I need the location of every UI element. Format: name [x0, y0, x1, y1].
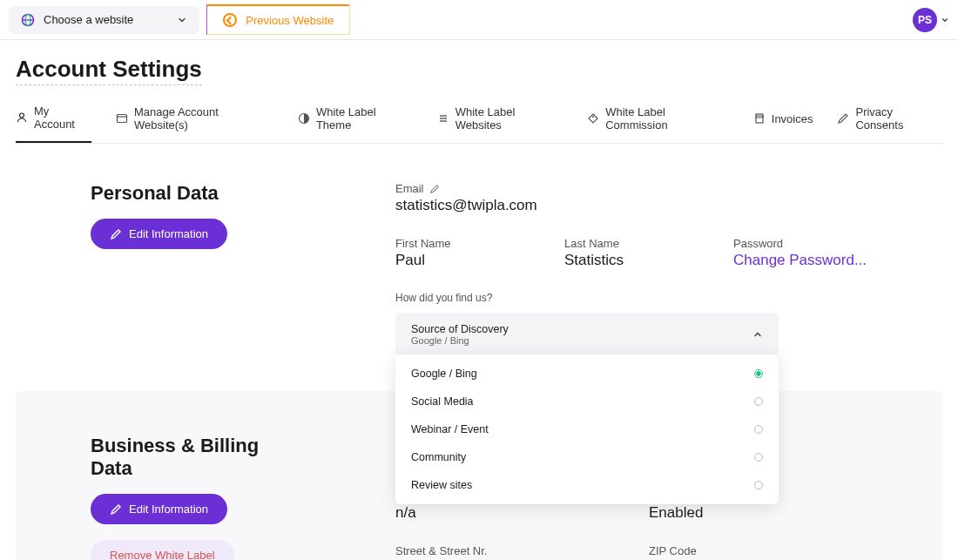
password-label: Password	[733, 237, 867, 250]
last-name-label: Last Name	[564, 237, 698, 250]
theme-icon	[298, 112, 310, 125]
svg-rect-12	[756, 116, 763, 118]
tab-label: White Label Websites	[455, 105, 563, 132]
chevron-up-icon	[752, 329, 763, 340]
zip-label: ZIP Code	[649, 544, 867, 557]
radio-selected-icon	[754, 369, 763, 378]
svg-point-3	[20, 113, 24, 118]
edit-personal-button[interactable]: Edit Information	[91, 219, 227, 249]
svg-point-10	[592, 116, 594, 118]
personal-data-title: Personal Data	[91, 182, 291, 205]
option-webinar-event[interactable]: Webinar / Event	[395, 415, 779, 443]
invoice-icon	[753, 112, 766, 125]
choose-website-dropdown[interactable]: Choose a website	[9, 6, 199, 34]
pencil-icon	[110, 503, 122, 516]
tab-wl-theme[interactable]: White Label Theme	[298, 105, 413, 143]
browser-icon	[116, 112, 128, 125]
tag-icon	[587, 112, 599, 125]
pencil-icon	[110, 228, 122, 240]
radio-icon	[754, 481, 763, 489]
back-arrow-icon	[223, 13, 237, 27]
wl-account-value: Enabled	[649, 504, 867, 522]
first-name-value: Paul	[395, 252, 530, 269]
user-menu[interactable]: PS	[913, 8, 949, 32]
radio-icon	[754, 397, 763, 406]
tab-label: Invoices	[772, 112, 813, 125]
source-dropdown: Google / Bing Social Media Webinar / Eve…	[395, 354, 779, 504]
last-name-value: Statistics	[564, 252, 698, 269]
tab-label: White Label Commission	[605, 105, 729, 132]
source-value: Google / Bing	[411, 335, 509, 346]
pencil-icon[interactable]	[429, 184, 440, 194]
user-icon	[16, 111, 28, 124]
chevron-down-icon	[941, 16, 949, 24]
vat-value: n/a	[395, 504, 614, 522]
edit-personal-label: Edit Information	[129, 227, 208, 240]
radio-icon	[754, 425, 763, 434]
radio-icon	[754, 453, 763, 462]
source-discovery-select[interactable]: Source of Discovery Google / Bing	[395, 313, 779, 356]
change-password-link[interactable]: Change Password...	[733, 252, 867, 269]
tab-manage-websites[interactable]: Manage Account Website(s)	[116, 105, 273, 143]
street-label: Street & Street Nr.	[395, 544, 614, 557]
remove-white-label-button[interactable]: Remove White Label	[91, 540, 234, 560]
edit-icon	[837, 112, 849, 125]
choose-website-label: Choose a website	[44, 13, 133, 26]
billing-title: Business & Billing Data	[91, 435, 291, 480]
settings-tabs: My Account Manage Account Website(s) Whi…	[16, 105, 942, 144]
option-review-sites[interactable]: Review sites	[395, 471, 779, 499]
source-title: Source of Discovery	[411, 323, 509, 335]
list-icon	[437, 112, 449, 125]
tab-my-account[interactable]: My Account	[16, 105, 91, 143]
tab-invoices[interactable]: Invoices	[753, 105, 813, 143]
tab-label: Privacy Consents	[855, 105, 942, 132]
option-google-bing[interactable]: Google / Bing	[395, 360, 779, 388]
tab-label: Manage Account Website(s)	[134, 105, 273, 132]
previous-website-label: Previous Website	[246, 14, 334, 27]
tab-label: My Account	[34, 105, 91, 131]
avatar: PS	[913, 8, 937, 32]
email-value: statistics@twipla.com	[395, 197, 867, 214]
find-us-label: How did you find us?	[395, 292, 867, 304]
globe-icon	[21, 13, 35, 27]
page-title: Account Settings	[16, 56, 202, 85]
previous-website-button[interactable]: Previous Website	[206, 4, 350, 35]
svg-rect-4	[118, 115, 127, 123]
chevron-down-icon	[177, 15, 187, 25]
tab-wl-websites[interactable]: White Label Websites	[437, 105, 563, 143]
remove-white-label-text: Remove White Label	[110, 549, 215, 560]
option-community[interactable]: Community	[395, 443, 779, 471]
tab-wl-commission[interactable]: White Label Commission	[587, 105, 729, 143]
email-label: Email	[395, 182, 424, 195]
tab-privacy-consents[interactable]: Privacy Consents	[837, 105, 942, 143]
edit-billing-button[interactable]: Edit Information	[91, 494, 227, 524]
edit-billing-label: Edit Information	[129, 503, 208, 516]
first-name-label: First Name	[395, 237, 530, 250]
option-social-media[interactable]: Social Media	[395, 388, 779, 415]
tab-label: White Label Theme	[316, 105, 413, 132]
